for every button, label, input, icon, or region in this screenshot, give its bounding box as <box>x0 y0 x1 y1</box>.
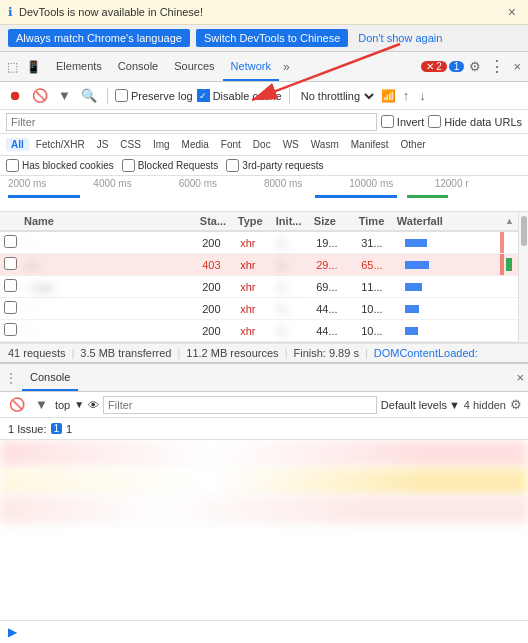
tab-sources[interactable]: Sources <box>166 52 222 81</box>
search-button[interactable]: 🔍 <box>78 87 100 104</box>
wf-bar <box>405 327 418 335</box>
info-close-button[interactable]: × <box>504 4 520 20</box>
console-eye-button[interactable]: 👁 <box>88 399 99 411</box>
disable-cache-checkbox[interactable]: ✓ <box>197 89 210 102</box>
more-options-icon[interactable]: ⋮ <box>486 57 508 76</box>
requests-count: 41 requests <box>8 347 65 359</box>
row-check[interactable] <box>0 279 20 294</box>
third-party-checkbox[interactable] <box>226 159 239 172</box>
wf-bar-red <box>500 232 504 253</box>
dom-content-loaded-link[interactable]: DOMContentLoaded: <box>374 347 478 359</box>
more-tabs-button[interactable]: » <box>279 60 294 74</box>
console-top-label[interactable]: top <box>55 399 70 411</box>
table-row[interactable]: ···logo 200 xhr §... 69... 11... <box>0 276 518 298</box>
preserve-log-checkbox[interactable] <box>115 89 128 102</box>
devtools-window: ℹ DevTools is now available in Chinese! … <box>0 0 528 643</box>
type-filter-media[interactable]: Media <box>177 138 214 151</box>
table-main: Name Sta... Type Init... Size Time Water… <box>0 212 518 342</box>
type-filter-manifest[interactable]: Manifest <box>346 138 394 151</box>
issue-icon[interactable]: 1 <box>51 423 63 434</box>
tab-elements[interactable]: Elements <box>48 52 110 81</box>
tab-network[interactable]: Network <box>223 52 279 81</box>
clear-button[interactable]: 🚫 <box>29 87 51 104</box>
table-row[interactable]: ··· 200 xhr §... 19... 31... <box>0 232 518 254</box>
console-log-row[interactable] <box>0 440 528 468</box>
type-filter-all[interactable]: All <box>6 138 29 151</box>
console-log-row[interactable] <box>0 468 528 496</box>
header-init[interactable]: Init... <box>276 215 314 227</box>
row-size: 29... <box>316 259 361 271</box>
issues-label: 1 Issue: <box>8 423 47 435</box>
header-waterfall[interactable]: Waterfall ▲ <box>397 215 518 227</box>
header-type[interactable]: Type <box>238 215 276 227</box>
scrollbar[interactable] <box>518 212 528 342</box>
filter-input[interactable] <box>6 113 377 131</box>
dont-show-link[interactable]: Don't show again <box>358 32 442 44</box>
close-devtools-button[interactable]: × <box>510 59 524 74</box>
tl-bar-3 <box>407 195 448 198</box>
console-expand-icon[interactable]: ▶ <box>8 625 17 639</box>
header-time[interactable]: Time <box>359 215 397 227</box>
inspect-icon[interactable]: ⬚ <box>4 58 21 76</box>
third-party-label[interactable]: 3rd-party requests <box>226 159 323 172</box>
scrollbar-thumb[interactable] <box>521 216 527 246</box>
console-log-row[interactable] <box>0 496 528 524</box>
blocked-requests-label[interactable]: Blocked Requests <box>122 159 219 172</box>
type-filter-ws[interactable]: WS <box>278 138 304 151</box>
tab-console[interactable]: Console <box>110 52 166 81</box>
drag-handle-icon[interactable]: ⋮ <box>4 370 18 386</box>
console-filter-input[interactable] <box>103 396 377 414</box>
disable-cache-label[interactable]: ✓ Disable cache <box>197 89 282 102</box>
has-blocked-cookies-label[interactable]: Has blocked cookies <box>6 159 114 172</box>
console-dropdown-icon[interactable]: ▼ <box>74 399 84 410</box>
type-filter-row: All Fetch/XHR JS CSS Img Media Font Doc … <box>0 134 528 156</box>
hide-data-urls-checkbox[interactable] <box>428 115 441 128</box>
mobile-icon[interactable]: 📱 <box>23 58 44 76</box>
download-icon[interactable]: ↓ <box>416 87 429 104</box>
console-levels-dropdown[interactable]: Default levels ▼ <box>381 399 460 411</box>
hide-data-urls-label[interactable]: Hide data URLs <box>428 115 522 128</box>
record-button[interactable]: ⏺ <box>6 87 25 104</box>
console-gear-button[interactable]: ⚙ <box>510 397 522 412</box>
has-blocked-cookies-checkbox[interactable] <box>6 159 19 172</box>
timeline-bars <box>8 191 520 207</box>
row-status: 200 <box>202 281 240 293</box>
blocked-requests-checkbox[interactable] <box>122 159 135 172</box>
error-badge: ✕ 2 <box>421 61 447 72</box>
upload-icon[interactable]: ↑ <box>400 87 413 104</box>
console-clear-button[interactable]: 🚫 <box>6 396 28 413</box>
header-name[interactable]: Name <box>20 215 200 227</box>
throttle-select[interactable]: No throttling <box>297 89 377 103</box>
type-filter-font[interactable]: Font <box>216 138 246 151</box>
preserve-log-label[interactable]: Preserve log <box>115 89 193 102</box>
switch-devtools-button[interactable]: Switch DevTools to Chinese <box>196 29 348 47</box>
invert-label[interactable]: Invert <box>381 115 425 128</box>
separator-2 <box>289 88 290 104</box>
row-check[interactable] <box>0 323 20 338</box>
type-filter-js[interactable]: JS <box>92 138 114 151</box>
row-check[interactable] <box>0 301 20 316</box>
invert-checkbox[interactable] <box>381 115 394 128</box>
type-filter-doc[interactable]: Doc <box>248 138 276 151</box>
type-filter-img[interactable]: Img <box>148 138 175 151</box>
header-size[interactable]: Size <box>314 215 359 227</box>
filter-icon[interactable]: ▼ <box>55 87 74 104</box>
always-match-button[interactable]: Always match Chrome's language <box>8 29 190 47</box>
row-time: 65... <box>361 259 399 271</box>
row-check[interactable] <box>0 235 20 250</box>
tab-console-panel[interactable]: Console <box>22 364 78 391</box>
console-filter-icon[interactable]: ▼ <box>32 396 51 413</box>
console-content <box>0 440 528 620</box>
type-filter-css[interactable]: CSS <box>115 138 146 151</box>
table-row[interactable]: ··· 200 xhr §... 44... 10... <box>0 298 518 320</box>
table-row[interactable]: ··· 200 xhr §... 44... 10... <box>0 320 518 342</box>
console-close-button[interactable]: × <box>516 370 524 385</box>
type-filter-fetch-xhr[interactable]: Fetch/XHR <box>31 138 90 151</box>
table-row[interactable]: ·ol... 403 xhr §... 29... 65... <box>0 254 518 276</box>
type-filter-wasm[interactable]: Wasm <box>306 138 344 151</box>
finish-time: Finish: 9.89 s <box>293 347 358 359</box>
type-filter-other[interactable]: Other <box>396 138 431 151</box>
row-check[interactable] <box>0 257 20 272</box>
settings-icon[interactable]: ⚙ <box>466 59 484 74</box>
header-status[interactable]: Sta... <box>200 215 238 227</box>
